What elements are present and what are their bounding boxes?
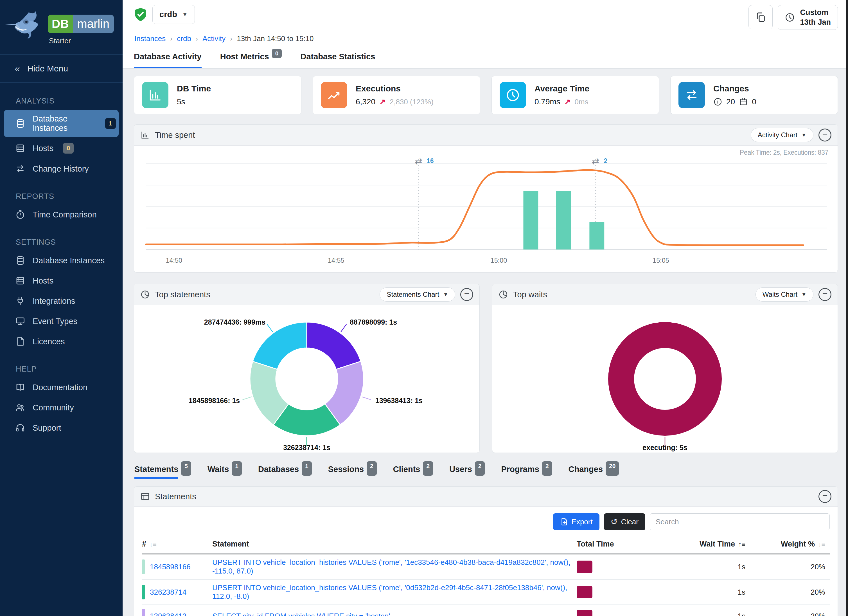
sidebar-item-change-history[interactable]: Change History	[4, 159, 119, 178]
sidebar-item-label: Integrations	[33, 297, 76, 306]
kpi-title: Executions	[356, 84, 434, 94]
sidebar-item-licences[interactable]: Licences	[4, 332, 119, 351]
sidebar-item-integrations[interactable]: Integrations	[4, 292, 119, 310]
statements-table: #↓≡StatementTotal TimeWait Time↑≡Weight …	[142, 535, 830, 616]
sidebar-item-badge: 1	[105, 118, 116, 129]
tab-host-metrics[interactable]: Host Metrics0	[220, 52, 282, 68]
kpi-icon-tile	[500, 82, 526, 108]
col-statement: Statement	[212, 535, 577, 554]
sidebar-item-hosts[interactable]: Hosts0	[4, 139, 119, 158]
statement-sql-link[interactable]: SELECT city, id FROM vehicles WHERE city…	[212, 612, 390, 616]
breadcrumb-link[interactable]: crdb	[177, 34, 191, 43]
sort-down-icon[interactable]: ↓≡	[818, 540, 825, 548]
tab-databases[interactable]: Databases1	[258, 465, 312, 479]
tab-badge: 1	[302, 461, 312, 476]
tab-label: Database Activity	[134, 52, 202, 61]
sort-down-icon[interactable]: ↓≡	[150, 540, 157, 548]
tab-label: Host Metrics	[220, 52, 269, 61]
svg-text:2: 2	[604, 157, 607, 165]
plug-icon	[15, 296, 25, 306]
collapse-statements-button[interactable]: −	[818, 490, 832, 503]
breadcrumb-link[interactable]: Instances	[134, 34, 166, 43]
tab-changes[interactable]: Changes20	[569, 465, 619, 479]
tab-programs[interactable]: Programs2	[501, 465, 552, 479]
app-logo[interactable]: DB marlin Starter	[0, 0, 123, 47]
tab-badge: 1	[232, 461, 242, 476]
sidebar-item-label: Time Comparison	[33, 210, 97, 220]
sidebar-item-hosts[interactable]: Hosts	[4, 272, 119, 290]
total-time-bar	[577, 586, 592, 598]
hide-menu-label: Hide Menu	[27, 64, 68, 73]
tab-statements[interactable]: Statements5	[134, 465, 191, 479]
page-scrollbar[interactable]	[846, 0, 848, 616]
hide-menu-button[interactable]: « Hide Menu	[0, 54, 123, 83]
tab-sessions[interactable]: Sessions2	[328, 465, 377, 479]
sidebar-item-community[interactable]: Community	[4, 398, 119, 417]
breadcrumb-link[interactable]: Activity	[202, 34, 225, 43]
monitor-icon	[15, 316, 25, 326]
tab-clients[interactable]: Clients2	[393, 465, 433, 479]
collapse-time-spent-button[interactable]: −	[818, 129, 832, 141]
statement-id-link[interactable]: 326238714	[150, 588, 187, 597]
waits-chart-select[interactable]: Waits Chart ▼	[756, 288, 814, 301]
clock-icon	[785, 12, 795, 22]
tab-waits[interactable]: Waits1	[208, 465, 242, 479]
top-waits-panel: Top waits Waits Chart ▼ − executing: 5s	[492, 284, 838, 453]
stopwatch-icon	[15, 209, 25, 220]
topbar: crdb ▼	[123, 0, 848, 49]
activity-chart-select[interactable]: Activity Chart ▼	[751, 128, 814, 142]
svg-text:Peak Time: 2s, Executions: 837: Peak Time: 2s, Executions: 837	[740, 149, 828, 156]
sidebar-item-label: Documentation	[33, 383, 87, 392]
clear-button[interactable]: ↺ Clear	[604, 513, 645, 530]
wait-time-value: 1s	[647, 579, 765, 605]
undo-icon: ↺	[611, 518, 618, 526]
donut-slice-label: 139638413: 1s	[375, 396, 423, 405]
sidebar-item-database-instances[interactable]: Database Instances1	[4, 110, 119, 137]
statement-sql-link[interactable]: UPSERT INTO vehicle_location_histories V…	[212, 558, 571, 575]
export-icon	[560, 518, 568, 526]
sidebar-item-support[interactable]: Support	[4, 419, 119, 437]
statements-chart-select[interactable]: Statements Chart ▼	[380, 288, 455, 301]
kpi-executions: Executions6,320↗2,830 (123%)	[313, 76, 480, 114]
content: DB Time5sExecutions6,320↗2,830 (123%)Ave…	[123, 69, 848, 616]
collapse-chevrons-icon: «	[15, 63, 20, 74]
tab-badge: 2	[475, 461, 485, 476]
sidebar-item-time-comparison[interactable]: Time Comparison	[4, 205, 119, 224]
list-icon	[140, 492, 150, 501]
search-input[interactable]	[650, 513, 830, 530]
tab-users[interactable]: Users2	[449, 465, 485, 479]
top-statements-title: Top statements	[155, 290, 210, 299]
kpi-events-count: 0	[752, 97, 756, 106]
sidebar-item-database-instances[interactable]: Database Instances	[4, 251, 119, 270]
table-row: 1845898166UPSERT INTO vehicle_location_h…	[142, 554, 830, 580]
time-range-button[interactable]: Custom 13th Jan	[778, 5, 838, 30]
tab-database-activity[interactable]: Database Activity	[134, 52, 202, 68]
statement-id-link[interactable]: 139638413	[150, 612, 187, 616]
sidebar-section-title: HELP	[16, 365, 123, 374]
kpi-row: DB Time5sExecutions6,320↗2,830 (123%)Ave…	[134, 76, 838, 114]
time-spent-panel-header: Time spent Activity Chart ▼ −	[134, 125, 838, 146]
sidebar-item-documentation[interactable]: Documentation	[4, 378, 119, 396]
tab-database-statistics[interactable]: Database Statistics	[300, 52, 375, 68]
instance-name: crdb	[159, 10, 177, 19]
collapse-top-waits-button[interactable]: −	[818, 288, 832, 301]
top-waits-title: Top waits	[513, 290, 547, 299]
sidebar-section-title: ANALYSIS	[16, 97, 123, 105]
breadcrumb-separator: ›	[170, 35, 172, 43]
instance-selector[interactable]: crdb ▼	[153, 5, 195, 24]
sidebar-item-event-types[interactable]: Event Types	[4, 312, 119, 331]
tab-badge: 2	[542, 461, 552, 476]
donut-slice-label: 326238714: 1s	[283, 444, 331, 452]
sort-up-icon[interactable]: ↑≡	[738, 540, 746, 548]
statement-sql-link[interactable]: UPSERT INTO vehicle_location_histories V…	[212, 583, 567, 601]
statement-id-link[interactable]: 1845898166	[150, 563, 191, 571]
copy-icon	[755, 12, 766, 23]
time-spent-chart-body: Peak Time: 2s, Executions: 837⇄16⇄214:50…	[134, 146, 838, 272]
collapse-top-statements-button[interactable]: −	[460, 288, 473, 301]
svg-text:⇄: ⇄	[592, 156, 599, 166]
export-button[interactable]: Export	[553, 513, 599, 530]
marlin-fish-icon	[4, 7, 46, 40]
swap-icon	[684, 88, 699, 102]
doc-icon	[15, 336, 25, 347]
copy-link-button[interactable]	[749, 5, 772, 29]
